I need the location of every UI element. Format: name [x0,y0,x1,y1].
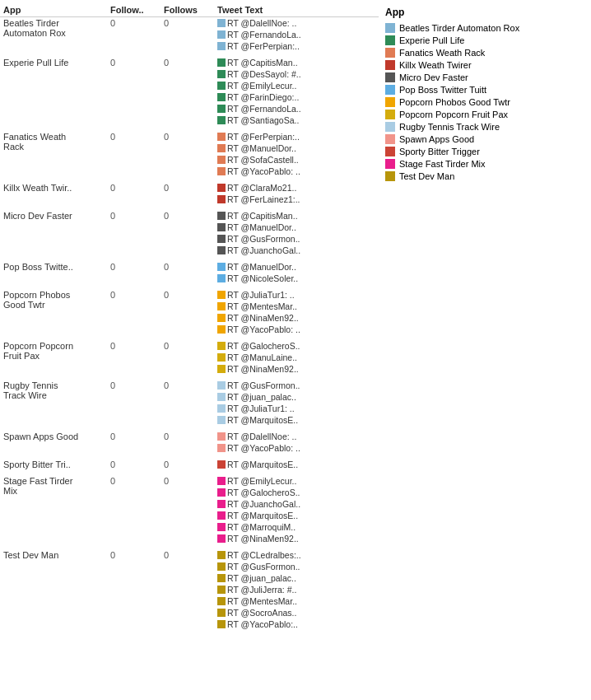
table-row: Sporty Bitter Tri..00RT @MarquitosE.. [0,456,379,473]
tweet-color-dot [217,574,226,582]
follows-cell: 0 [161,456,214,473]
app-name-cell: Pop Boss Twitte.. [0,259,107,287]
app-name-cell: Sporty Bitter Tri.. [0,456,107,473]
tweet-cell: RT @MentesMar.. [214,595,379,607]
tweet-color-dot [217,274,226,282]
tweet-cell: RT @ManuelDor.. [214,222,379,233]
tweet-color-dot [217,93,226,101]
followers-cell: 0 [107,428,161,456]
legend-color-box [385,122,395,132]
follows-cell: 0 [161,180,214,208]
legend-label: Popcorn Popcorn Fruit Pax [399,110,508,119]
tweet-row: RT @YacoPablo: .. [217,166,375,176]
followers-cell: 0 [107,180,161,208]
legend-item: Sporty Bitter Trigger [385,147,584,156]
legend-label: Beatles Tirder Automaton Rox [399,23,519,33]
tweet-row: RT @YacoPablo: .. [217,443,375,453]
tweet-cell: RT @YacoPablo: .. [214,442,379,456]
app-name: Stage Fast Tirder Mix [3,476,72,496]
followers-cell: 0 [107,377,161,428]
follows-cell: 0 [161,338,214,377]
tweet-color-dot [217,302,226,310]
tweet-text: RT @YacoPablo: .. [227,324,300,334]
tweet-cell: RT @CapitisMan.. [214,208,379,222]
tweet-cell: RT @DalellNoe: .. [214,428,379,442]
tweet-cell: RT @CLedralbes:.. [214,547,379,561]
app-name: Beatles Tirder Automaton Rox [3,18,66,38]
table-row: Popcorn Popcorn Fruit Pax00RT @Galochero… [0,338,379,352]
tweet-row: RT @DalellNoe: .. [217,18,375,28]
legend-label: Test Dev Man [399,171,454,181]
tweet-text: RT @DesSayol: #.. [227,69,301,79]
tweet-cell: RT @JuliaTur1: .. [214,403,379,414]
legend-color-box [385,72,395,82]
tweet-text: RT @MarquitosE.. [227,460,298,469]
legend-item: Fanatics Weath Rack [385,48,584,58]
tweet-color-dot [217,353,226,362]
followers-cell: 0 [107,208,161,259]
tweet-text: RT @JuliJerra: #.. [227,585,296,595]
col-header-tweet: Tweet Text [214,3,379,17]
tweet-text: RT @NicoleSoler.. [227,273,298,283]
tweet-cell: RT @ManuLaine.. [214,352,379,363]
tweet-cell: RT @juan_palac.. [214,391,379,403]
tweet-text: RT @DalellNoe: .. [227,432,296,441]
tweet-row: RT @ManuLaine.. [217,352,375,362]
col-header-app: App [0,3,107,17]
table-row: Test Dev Man00RT @CLedralbes:.. [0,547,379,561]
legend-label: Stage Fast Tirder Mix [399,159,486,169]
table-row: Pop Boss Twitte..00RT @ManuelDor.. [0,259,379,273]
tweet-color-dot [217,314,226,322]
app-name: Spawn Apps Good [3,432,78,441]
tweet-color-dot [217,597,226,605]
table-row: Fanatics Weath Rack00RT @FerPerpian:.. [0,128,379,142]
tweet-row: RT @MarquitosE.. [217,415,375,425]
tweet-cell: RT @FarinDiego:.. [214,91,379,103]
tweet-row: RT @MentesMar.. [217,301,375,311]
legend-label: Killx Weath Twirer [399,60,472,70]
tweet-text: RT @NinaMen92.. [227,364,299,374]
tweet-color-dot [217,212,226,220]
legend-label: Experie Pull Life [399,35,465,45]
data-table: App Follow.. Follows Tweet Text Beatles … [0,3,379,630]
tweet-color-dot [217,488,226,497]
followers-cell: 0 [107,473,161,547]
tweet-text: RT @GalocheroS.. [227,341,300,351]
tweet-row: RT @JuanchoGal.. [217,499,375,509]
tweet-cell: RT @GalocheroS.. [214,487,379,498]
tweet-text: RT @JuanchoGal.. [227,499,300,509]
tweet-row: RT @SantiagoSa.. [217,115,375,125]
tweet-cell: RT @ClaraMo21.. [214,180,379,194]
app-name-cell: Killx Weath Twir.. [0,180,107,208]
follows-cell: 0 [161,128,214,180]
app-name-cell: Spawn Apps Good [0,428,107,456]
tweet-cell: RT @FerPerpian:.. [214,128,379,142]
table-row: Rugby Tennis Track Wire00RT @GusFormon.. [0,377,379,391]
tweet-color-dot [217,365,226,373]
app-name: Killx Weath Twir.. [3,183,72,193]
legend-item: Experie Pull Life [385,35,584,45]
tweet-row: RT @MarroquiM.. [217,522,375,532]
tweet-row: RT @ManuelDor.. [217,262,375,272]
tweet-cell: RT @SocroAnas.. [214,607,379,618]
legend-item: Popcorn Popcorn Fruit Pax [385,110,584,119]
tweet-row: RT @NinaMen92.. [217,313,375,323]
follows-cell: 0 [161,377,214,428]
tweet-cell: RT @DalellNoe: .. [214,17,379,30]
tweet-cell: RT @MentesMar.. [214,301,379,312]
tweet-color-dot [217,393,226,401]
tweet-color-dot [217,263,226,271]
legend-color-box [385,134,395,144]
tweet-cell: RT @NicoleSoler.. [214,273,379,287]
tweet-color-dot [217,167,226,175]
tweet-text: RT @FerPerpian:.. [227,41,300,51]
tweet-cell: RT @juan_palac.. [214,572,379,584]
legend-item: Micro Dev Faster [385,72,584,82]
tweet-row: RT @DesSayol: #.. [217,69,375,79]
tweet-cell: RT @ManuelDor.. [214,142,379,154]
tweet-text: RT @JuanchoGal.. [227,245,300,255]
legend-color-box [385,159,395,169]
app-name-cell: Popcorn Phobos Good Twtr [0,287,107,338]
legend-item: Spawn Apps Good [385,134,584,144]
tweet-cell: RT @FernandoLa.. [214,29,379,40]
